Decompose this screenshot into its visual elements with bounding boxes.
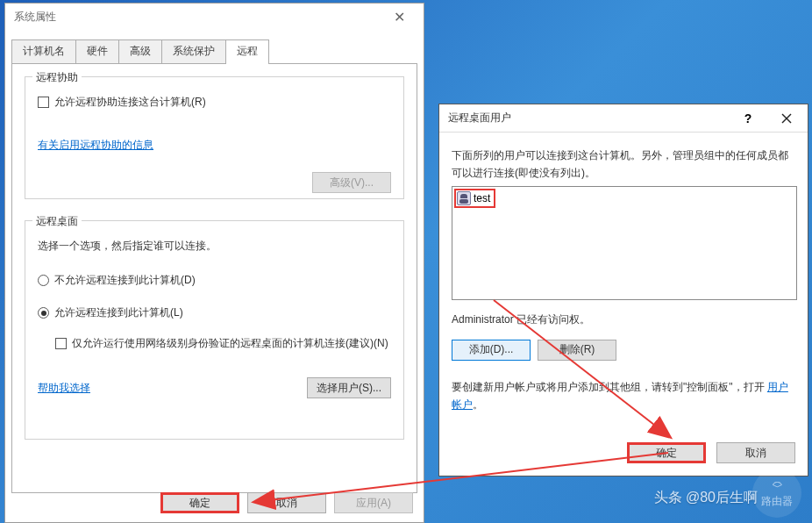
titlebar: 远程桌面用户 ? (439, 104, 808, 133)
create-note-suffix: 。 (473, 398, 483, 411)
remote-desktop-group: 远程桌面 选择一个选项，然后指定谁可以连接。 不允许远程连接到此计算机(D) 允… (25, 220, 404, 440)
radio-deny-remote-row[interactable]: 不允许远程连接到此计算机(D) (38, 273, 391, 288)
cancel-button[interactable]: 取消 (716, 442, 795, 463)
window-title: 远程桌面用户 (448, 111, 511, 125)
users-listbox[interactable]: test (452, 186, 797, 300)
remote-assistance-legend: 远程协助 (32, 70, 82, 85)
cancel-button[interactable]: 取消 (247, 492, 326, 513)
radio-icon[interactable] (38, 275, 49, 286)
create-note-prefix: 要创建新用户帐户或将用户添加到其他组，请转到"控制面板"，打开 (452, 381, 767, 393)
remote-desktop-legend: 远程桌面 (32, 214, 82, 229)
create-account-note: 要创建新用户帐户或将用户添加到其他组，请转到"控制面板"，打开 用户帐户。 (452, 378, 795, 414)
remove-user-button[interactable]: 删除(R) (538, 340, 616, 361)
wifi-icon: ⌔ (773, 478, 782, 494)
checkbox-icon[interactable] (38, 97, 49, 108)
add-user-button[interactable]: 添加(D)... (452, 340, 531, 361)
system-properties-dialog: 系统属性 ✕ 计算机名 硬件 高级 系统保护 远程 远程协助 允许远程协助连接这… (4, 3, 424, 523)
close-icon[interactable] (767, 105, 806, 132)
checkbox-icon[interactable] (55, 338, 67, 349)
allow-remote-assistance-row[interactable]: 允许远程协助连接这台计算机(R) (38, 95, 391, 110)
dialog-button-row: 确定 取消 应用(A) (160, 492, 413, 513)
remote-assistance-group: 远程协助 允许远程协助连接这台计算机(R) 有关启用远程协助的信息 高级(V).… (25, 76, 404, 199)
list-item[interactable]: test (454, 189, 495, 208)
radio-allow-remote-label: 允许远程连接到此计算机(L) (54, 305, 183, 320)
admin-access-note: Administrator 已经有访问权。 (452, 312, 795, 327)
help-icon[interactable]: ? (729, 105, 767, 132)
ok-button[interactable]: 确定 (627, 442, 706, 463)
radio-icon[interactable] (38, 307, 49, 319)
nla-checkbox-row[interactable]: 仅允许运行使用网络级别身份验证的远程桌面的计算机连接(建议)(N) (55, 336, 391, 351)
tab-remote[interactable]: 远程 (225, 39, 269, 64)
list-item-label: test (474, 192, 490, 204)
tab-hardware[interactable]: 硬件 (75, 39, 119, 63)
nla-label: 仅允许运行使用网络级别身份验证的远程桌面的计算机连接(建议)(N) (72, 336, 388, 351)
ok-button[interactable]: 确定 (160, 492, 239, 513)
tab-panel-remote: 远程协助 允许远程协助连接这台计算机(R) 有关启用远程协助的信息 高级(V).… (11, 63, 417, 493)
help-me-choose-link[interactable]: 帮助我选择 (38, 381, 90, 396)
description-text: 下面所列的用户可以连接到这台计算机。另外，管理员组中的任何成员都可以进行连接(即… (452, 147, 795, 183)
tab-protection[interactable]: 系统保护 (161, 39, 226, 63)
remote-assistance-info-link[interactable]: 有关启用远程协助的信息 (38, 138, 153, 153)
titlebar: 系统属性 ✕ (5, 4, 424, 31)
allow-remote-assistance-label: 允许远程协助连接这台计算机(R) (54, 95, 206, 110)
radio-allow-remote-row[interactable]: 允许远程连接到此计算机(L) (38, 305, 391, 320)
tab-strip: 计算机名 硬件 高级 系统保护 远程 (5, 39, 424, 63)
remote-assist-advanced-button[interactable]: 高级(V)... (312, 172, 391, 193)
watermark-badge: ⌔ 路由器 (752, 469, 801, 518)
user-icon (457, 191, 471, 205)
radio-deny-remote-label: 不允许远程连接到此计算机(D) (54, 273, 196, 288)
tab-advanced[interactable]: 高级 (118, 39, 162, 63)
window-title: 系统属性 (14, 10, 56, 25)
watermark-badge-text: 路由器 (761, 494, 793, 509)
remote-desktop-users-dialog: 远程桌面用户 ? 下面所列的用户可以连接到这台计算机。另外，管理员组中的任何成员… (438, 104, 808, 476)
remote-desktop-hint: 选择一个选项，然后指定谁可以连接。 (38, 239, 391, 254)
select-users-button[interactable]: 选择用户(S)... (307, 377, 391, 398)
close-icon[interactable]: ✕ (383, 5, 415, 30)
tab-computer-name[interactable]: 计算机名 (11, 39, 76, 63)
watermark-text: 头条 @80后生啊 (654, 489, 758, 507)
apply-button[interactable]: 应用(A) (334, 492, 413, 513)
